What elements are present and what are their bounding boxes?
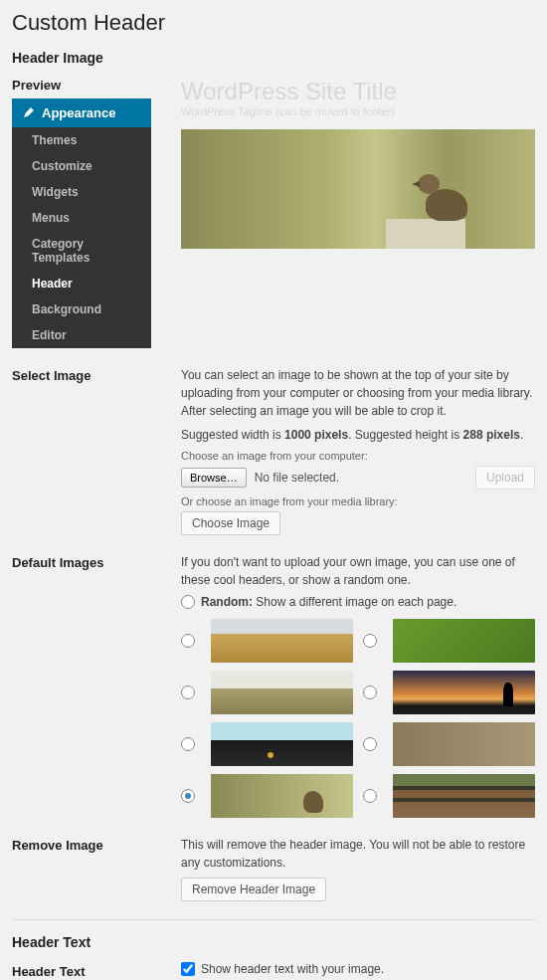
radio-header-5[interactable] xyxy=(181,737,195,751)
radio-header-6[interactable] xyxy=(363,737,377,751)
radio-header-8[interactable] xyxy=(363,789,377,803)
select-image-row: Select Image You can select an image to … xyxy=(12,366,535,535)
default-header-4[interactable] xyxy=(393,671,535,714)
default-header-1[interactable] xyxy=(211,619,353,663)
radio-header-4[interactable] xyxy=(363,686,377,699)
admin-sidebar: Appearance Themes Customize Widgets Menu… xyxy=(12,98,151,348)
default-images-desc: If you don't want to upload your own ima… xyxy=(181,553,535,589)
sidebar-item-themes[interactable]: Themes xyxy=(12,127,151,153)
choose-from-library-hint: Or choose an image from your media libra… xyxy=(181,495,535,507)
header-text-label: Header Text xyxy=(12,962,181,979)
page-title: Custom Header xyxy=(12,10,535,36)
choose-image-button[interactable]: Choose Image xyxy=(181,511,280,535)
site-title: WordPress Site Title xyxy=(181,78,535,105)
file-status: No file selected. xyxy=(255,471,339,485)
default-header-8[interactable] xyxy=(393,774,535,818)
remove-image-desc: This will remove the header image. You w… xyxy=(181,836,535,872)
sidebar-item-editor[interactable]: Editor xyxy=(12,322,151,348)
sidebar-item-background[interactable]: Background xyxy=(12,296,151,322)
default-images-row: Default Images If you don't want to uplo… xyxy=(12,553,535,818)
show-header-text-label[interactable]: Show header text with your image. xyxy=(181,962,535,976)
remove-image-label: Remove Image xyxy=(12,836,181,853)
section-header-image: Header Image xyxy=(12,50,535,66)
default-header-2[interactable] xyxy=(393,619,535,663)
select-image-desc: You can select an image to be shown at t… xyxy=(181,366,535,420)
show-header-text-checkbox[interactable] xyxy=(181,962,195,976)
radio-header-1[interactable] xyxy=(181,634,195,648)
preview-row: Preview Appearance Themes Customize Widg… xyxy=(12,78,535,348)
header-text-row: Header Text Show header text with your i… xyxy=(12,962,535,979)
sidebar-item-menus[interactable]: Menus xyxy=(12,205,151,231)
default-header-5[interactable] xyxy=(211,722,353,766)
radio-random[interactable] xyxy=(181,595,195,609)
sidebar-parent-appearance[interactable]: Appearance xyxy=(12,98,151,127)
default-images-label: Default Images xyxy=(12,553,181,570)
divider xyxy=(12,919,535,920)
default-header-3[interactable] xyxy=(211,671,353,714)
site-tagline: WordPress Tagline (can be moved to foote… xyxy=(181,105,535,117)
upload-button[interactable]: Upload xyxy=(475,466,535,490)
preview-label: Preview xyxy=(12,78,181,93)
choose-from-computer-hint: Choose an image from your computer: xyxy=(181,450,535,462)
default-header-7[interactable] xyxy=(211,774,353,818)
sidebar-item-header[interactable]: Header xyxy=(12,271,151,296)
section-header-text: Header Text xyxy=(12,934,535,950)
sidebar-item-widgets[interactable]: Widgets xyxy=(12,179,151,205)
default-header-grid xyxy=(181,619,535,818)
sidebar-item-category-templates[interactable]: Category Templates xyxy=(12,231,151,271)
sidebar-item-customize[interactable]: Customize xyxy=(12,153,151,179)
select-image-dims: Suggested width is 1000 pixels. Suggeste… xyxy=(181,426,535,444)
browse-button[interactable]: Browse… xyxy=(181,468,247,488)
select-image-label: Select Image xyxy=(12,366,181,383)
remove-header-image-button[interactable]: Remove Header Image xyxy=(181,878,326,901)
header-image-preview xyxy=(181,129,535,249)
radio-header-7[interactable] xyxy=(181,789,195,803)
default-header-6[interactable] xyxy=(393,722,535,766)
remove-image-row: Remove Image This will remove the header… xyxy=(12,836,535,901)
radio-header-2[interactable] xyxy=(363,634,377,648)
appearance-icon xyxy=(22,105,36,119)
radio-header-3[interactable] xyxy=(181,686,195,699)
